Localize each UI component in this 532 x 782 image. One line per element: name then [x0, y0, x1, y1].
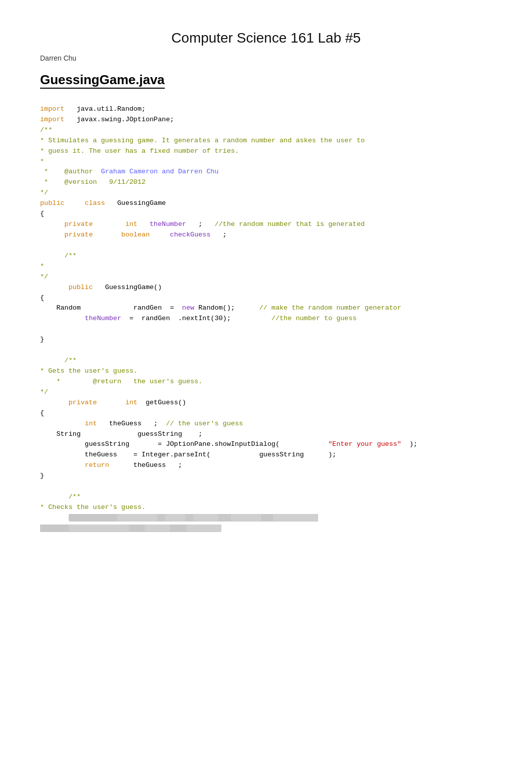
import-keyword-2: import [40, 116, 65, 123]
private-keyword-2: private [65, 231, 93, 238]
javadoc-open: /** * Stimulates a guessing game. It gen… [40, 126, 365, 197]
randGen-comment: // make the random number generator [259, 304, 401, 312]
theNumber-var: theNumber [150, 220, 186, 228]
constructor-javadoc: /** * */ [40, 252, 77, 281]
private-keyword-3: private [69, 399, 97, 406]
theNumber-comment-2: //the number to guess [272, 315, 357, 322]
return-keyword: return [85, 461, 109, 469]
int-keyword-2: int [125, 399, 137, 406]
int-keyword-1: int [125, 220, 137, 228]
file-title: GuessingGame.java [40, 72, 165, 89]
author-line: Darren Chu [40, 54, 492, 62]
private-keyword-1: private [65, 220, 93, 228]
author-text: Graham Cameron and Darren Chu [101, 168, 219, 175]
redacted-line-1 [40, 514, 318, 532]
code-content: import java.util.Random; import javax.sw… [40, 94, 492, 534]
theNumber-assign: theNumber [85, 315, 121, 322]
public-keyword-1: public [40, 199, 65, 207]
page-title: Computer Science 161 Lab #5 [40, 30, 492, 46]
checkGuess-javadoc: /** * Checks the user's guess. [40, 493, 146, 511]
class-keyword: class [85, 199, 105, 207]
theGuess-comment: // the user's guess [166, 420, 243, 427]
public-keyword-2: public [69, 284, 93, 291]
new-keyword-1: new [182, 304, 194, 312]
boolean-keyword: boolean [121, 231, 150, 238]
getGuess-javadoc: /** * Gets the user's guess. * @return t… [40, 357, 202, 396]
theNumber-comment: //the random number that is generated [214, 220, 365, 228]
int-keyword-3: int [85, 420, 97, 427]
checkGuess-var: checkGuess [170, 231, 210, 238]
import-keyword-1: import [40, 105, 65, 113]
string-literal-1: "Enter your guess" [328, 440, 401, 448]
